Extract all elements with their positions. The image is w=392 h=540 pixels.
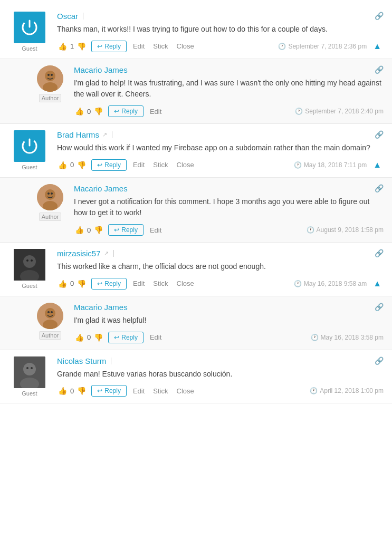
- reply-icon-macario-3: ↩: [114, 334, 119, 341]
- photo-svg-mirza: [14, 249, 45, 281]
- edit-btn-macario-3[interactable]: Edit: [148, 332, 164, 342]
- collapse-btn-oscar[interactable]: ▲: [371, 42, 384, 51]
- link-icon-oscar[interactable]: 🔗: [375, 12, 384, 20]
- text-macario-3: I'm glad it was helpful!: [74, 315, 384, 326]
- avatar-macario-1: [37, 65, 63, 92]
- svg-point-25: [23, 363, 36, 375]
- upvote-mirza[interactable]: 👍: [57, 278, 68, 289]
- body-brad: Brad Harms ↗ ⏐ 🔗 How would this work if …: [51, 130, 384, 171]
- vote-count-nicolas: 0: [70, 387, 74, 395]
- reply-macario-1: Author Macario James 🔗 I'm glad to help!…: [0, 59, 392, 124]
- timestamp-macario-3: 🕐 May 16, 2018 3:58 pm: [311, 334, 384, 341]
- role-macario-3: Author: [39, 331, 61, 340]
- svg-point-18: [31, 259, 33, 262]
- downvote-brad[interactable]: 👎: [76, 160, 87, 170]
- reply-btn-macario-2[interactable]: ↩ Reply: [108, 224, 144, 236]
- timestamp-brad: 🕐 May 18, 2018 7:11 pm: [294, 161, 367, 169]
- header-brad: Brad Harms ↗ ⏐ 🔗: [57, 130, 384, 142]
- close-btn-brad[interactable]: Close: [175, 160, 196, 170]
- edit-btn-oscar[interactable]: Edit: [131, 41, 147, 51]
- stick-btn-oscar[interactable]: Stick: [151, 41, 170, 51]
- avatar-col-macario-2: Author: [32, 184, 69, 236]
- author-macario-1: Macario James: [74, 65, 128, 74]
- close-btn-oscar[interactable]: Close: [175, 41, 196, 51]
- stick-btn-mirza[interactable]: Stick: [151, 278, 170, 288]
- rss-icon-brad: ⏐: [110, 131, 114, 139]
- svg-point-22: [47, 311, 50, 313]
- avatar-brad: [14, 130, 45, 162]
- face-svg-macario-1: [37, 65, 63, 92]
- clock-icon-mirza: 🕐: [294, 280, 302, 287]
- vote-group-nicolas: 👍 0 👎: [57, 385, 87, 396]
- comment-nicolas: Guest Nicolas Sturm ⏐ 🔗 Grande man! Estu…: [0, 350, 392, 404]
- vote-count-macario-3: 0: [87, 333, 91, 341]
- reply-macario-3: Author Macario James 🔗 I'm glad it was h…: [0, 296, 392, 350]
- text-oscar: Thanks man, it works!! I was trying to f…: [57, 24, 384, 35]
- downvote-oscar[interactable]: 👎: [76, 41, 87, 52]
- downvote-nicolas[interactable]: 👎: [76, 385, 87, 396]
- edit-btn-mirza[interactable]: Edit: [131, 278, 147, 288]
- reply-btn-mirza[interactable]: ↩ Reply: [91, 278, 127, 290]
- upvote-oscar[interactable]: 👍: [57, 41, 68, 52]
- actions-brad: 👍 0 👎 ↩ Reply Edit Stick Close 🕐 May 18,…: [57, 159, 384, 171]
- role-macario-1: Author: [39, 94, 61, 102]
- photo-svg-nicolas: [14, 356, 45, 388]
- actions-macario-2: 👍 0 👎 ↩ Reply Edit 🕐 August 9, 2018 1:58…: [74, 224, 384, 236]
- collapse-btn-mirza[interactable]: ▲: [371, 279, 384, 288]
- reply-btn-nicolas[interactable]: ↩ Reply: [91, 385, 127, 397]
- face-svg-macario-2: [37, 184, 63, 210]
- clock-icon-macario-3: 🕐: [311, 334, 319, 341]
- link-icon-macario-3[interactable]: 🔗: [375, 303, 384, 311]
- upvote-nicolas[interactable]: 👍: [57, 385, 68, 396]
- face-svg-macario-3: [37, 303, 63, 329]
- link-icon-mirza[interactable]: 🔗: [375, 249, 384, 257]
- close-btn-nicolas[interactable]: Close: [175, 386, 196, 396]
- svg-point-6: [51, 74, 53, 76]
- reply-btn-macario-1[interactable]: ↩ Reply: [108, 105, 144, 117]
- svg-point-3: [45, 71, 55, 81]
- timestamp-nicolas: 🕐 April 12, 2018 1:00 pm: [310, 387, 384, 394]
- header-nicolas: Nicolas Sturm ⏐ 🔗: [57, 356, 384, 369]
- author-oscar: Oscar ⏐: [57, 12, 85, 21]
- upvote-macario-2[interactable]: 👍: [74, 225, 85, 235]
- collapse-btn-brad[interactable]: ▲: [371, 160, 384, 170]
- downvote-macario-2[interactable]: 👎: [93, 225, 104, 235]
- close-btn-mirza[interactable]: Close: [175, 278, 196, 288]
- edit-btn-macario-2[interactable]: Edit: [148, 225, 164, 235]
- rss-icon-nicolas: ⏐: [109, 357, 113, 365]
- actions-oscar: 👍 1 👎 ↩ Reply Edit Stick Close 🕐 Septemb…: [57, 41, 384, 52]
- edit-btn-nicolas[interactable]: Edit: [131, 386, 147, 396]
- upvote-brad[interactable]: 👍: [57, 160, 68, 170]
- rss-icon-mirza: ⏐: [112, 249, 116, 257]
- link-icon-macario-2[interactable]: 🔗: [375, 184, 384, 192]
- clock-icon-macario-1: 🕐: [295, 108, 303, 115]
- reply-btn-oscar[interactable]: ↩ Reply: [91, 41, 127, 52]
- downvote-macario-1[interactable]: 👎: [93, 106, 104, 117]
- vote-count-oscar: 1: [70, 42, 74, 50]
- upvote-macario-3[interactable]: 👍: [74, 332, 85, 343]
- edit-btn-brad[interactable]: Edit: [131, 160, 147, 170]
- downvote-macario-3[interactable]: 👎: [93, 332, 104, 343]
- reply-btn-macario-3[interactable]: ↩ Reply: [108, 332, 144, 343]
- vote-count-mirza: 0: [70, 279, 74, 287]
- edit-btn-macario-1[interactable]: Edit: [148, 107, 164, 117]
- actions-macario-1: 👍 0 👎 ↩ Reply Edit 🕐 September 7, 2018 2…: [74, 105, 384, 117]
- stick-btn-nicolas[interactable]: Stick: [151, 386, 170, 396]
- link-icon-nicolas[interactable]: 🔗: [375, 356, 384, 365]
- link-icon-macario-1[interactable]: 🔗: [375, 65, 384, 74]
- reply-btn-brad[interactable]: ↩ Reply: [91, 159, 127, 171]
- vote-count-macario-2: 0: [87, 226, 91, 234]
- role-nicolas: Guest: [22, 390, 37, 397]
- vote-group-macario-3: 👍 0 👎: [74, 332, 104, 343]
- reply-icon-macario-2: ↩: [114, 226, 119, 234]
- author-mirza: mirzasisic57 ↗ ⏐: [57, 249, 116, 258]
- vote-group-macario-2: 👍 0 👎: [74, 225, 104, 235]
- link-icon-brad[interactable]: 🔗: [375, 130, 384, 139]
- upvote-macario-1[interactable]: 👍: [74, 106, 85, 117]
- header-macario-1: Macario James 🔗: [74, 65, 384, 78]
- avatar-col-macario-1: Author: [32, 65, 69, 117]
- downvote-mirza[interactable]: 👎: [76, 278, 87, 289]
- stick-btn-brad[interactable]: Stick: [151, 160, 170, 170]
- header-mirza: mirzasisic57 ↗ ⏐ 🔗: [57, 249, 384, 261]
- text-nicolas: Grande man! Estuve varias horas buscando…: [57, 369, 384, 380]
